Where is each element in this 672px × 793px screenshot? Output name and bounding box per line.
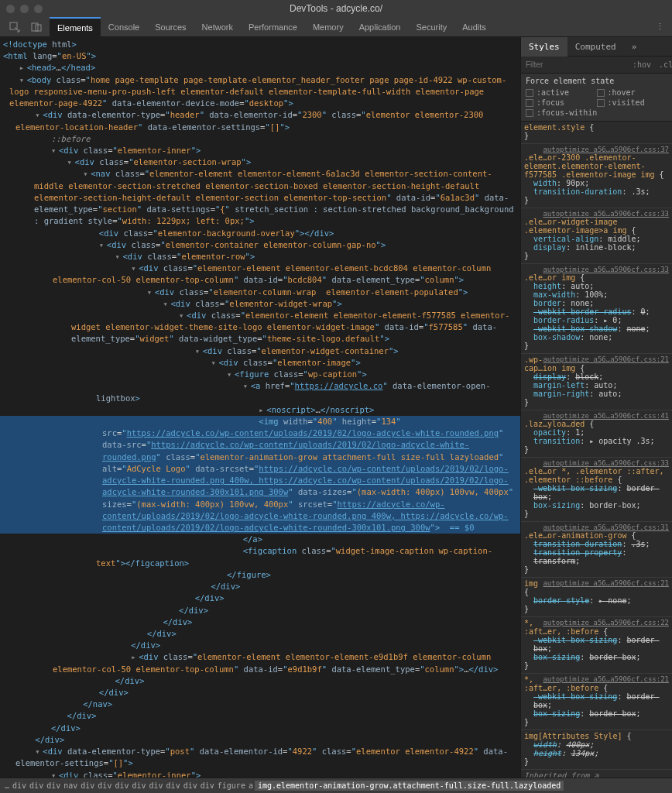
css-property[interactable]: box-sizing: border-box;	[524, 501, 669, 510]
dom-node[interactable]: </div>	[0, 734, 520, 746]
breadcrumb-item[interactable]: div	[45, 781, 62, 790]
dom-node[interactable]: </div>	[0, 675, 520, 687]
css-property[interactable]: -webkit-border-radius: 0;	[524, 307, 669, 316]
breadcrumb-item[interactable]: div	[11, 781, 28, 790]
dom-node[interactable]: ▾<div class="elementor-element elementor…	[0, 310, 520, 345]
breadcrumb-item[interactable]: a	[247, 781, 255, 790]
rule-source-link[interactable]: autoptimize a56…a5906cf.css:31	[543, 524, 669, 531]
breadcrumb-item[interactable]: div	[79, 781, 96, 790]
css-property[interactable]: display: block;	[524, 372, 669, 381]
dom-node[interactable]: ▾<div class="elementor-column-wrap eleme…	[0, 287, 520, 298]
rule-source-link[interactable]: autoptimize a56…a5906cf.css:21	[543, 579, 669, 587]
dom-node[interactable]: </div>	[0, 616, 520, 628]
css-property[interactable]: box-sizing: border-box;	[524, 709, 669, 718]
css-property[interactable]: box-sizing: border-box;	[524, 653, 669, 661]
tab-audits[interactable]: Audits	[454, 17, 494, 37]
css-property[interactable]: opacity: 1;	[524, 428, 669, 437]
rule-source-link[interactable]: autoptimize a56…a5906cf.css:37	[543, 146, 669, 153]
dom-node[interactable]: ::before	[0, 133, 520, 145]
minimize-window-button[interactable]	[20, 5, 29, 13]
zoom-window-button[interactable]	[34, 5, 43, 13]
state-focus[interactable]: :focus	[526, 98, 597, 108]
tab-network[interactable]: Network	[194, 17, 241, 37]
breadcrumb-item[interactable]: figure	[216, 781, 247, 790]
css-property[interactable]: -webkit-box-shadow: none;	[524, 324, 669, 333]
style-rules[interactable]: element.style {}autoptimize a56…a5906cf.…	[521, 122, 672, 778]
css-property[interactable]: height: auto;	[524, 282, 669, 290]
dom-node[interactable]: ▾<div class="elementor-container element…	[0, 239, 520, 251]
breadcrumb-item[interactable]: div	[182, 781, 199, 790]
dom-node[interactable]: </div>	[0, 640, 520, 651]
rule-source-link[interactable]: autoptimize a56…a5906cf.css:22	[543, 619, 669, 627]
css-property[interactable]: border-radius: ▸ 0;	[524, 316, 669, 324]
hov-toggle[interactable]: :hov	[629, 60, 655, 69]
breadcrumb-item[interactable]: div	[148, 781, 165, 790]
dom-node[interactable]: </div>	[0, 628, 520, 640]
dom-node[interactable]: </div>	[0, 605, 520, 616]
css-property[interactable]: height: 134px;	[524, 749, 669, 757]
css-rule[interactable]: autoptimize a56…a5906cf.css:41.laz…yloa……	[521, 410, 672, 458]
breadcrumb-item[interactable]: div	[199, 781, 216, 790]
rule-source-link[interactable]: autoptimize a56…a5906cf.css:33	[543, 266, 669, 273]
state-focus-within[interactable]: :focus-within	[526, 108, 667, 118]
breadcrumb-item[interactable]: img.elementor-animation-grow.attachment-…	[255, 781, 564, 791]
cls-toggle[interactable]: .cls	[655, 60, 672, 69]
css-property[interactable]: margin-right: auto;	[524, 390, 669, 398]
breadcrumb-item[interactable]: …	[3, 781, 11, 790]
rule-source-link[interactable]: autoptimize a56…a5906cf.css:33	[543, 459, 669, 467]
dom-node[interactable]: ▾<div data-elementor-type="header" data-…	[0, 109, 520, 132]
dom-node[interactable]: ▾<nav class="elementor-element elementor…	[0, 168, 520, 227]
checkbox-icon[interactable]	[526, 99, 533, 107]
checkbox-icon[interactable]	[597, 89, 605, 97]
breadcrumb-item[interactable]: div	[165, 781, 182, 790]
close-window-button[interactable]	[6, 5, 15, 13]
styles-overflow-icon[interactable]: »	[624, 37, 645, 57]
css-property[interactable]: box-shadow: none;	[524, 333, 669, 342]
dom-node[interactable]: ▾<a href="https://adcycle.co" data-eleme…	[0, 380, 520, 403]
css-rule[interactable]: autoptimize a56…a5906cf.css:31.ele…or-an…	[521, 522, 672, 578]
tab-console[interactable]: Console	[101, 17, 147, 37]
rule-source-link[interactable]: autoptimize a56…a5906cf.css:33	[543, 210, 669, 218]
breadcrumb-item[interactable]: div	[96, 781, 113, 790]
css-rule[interactable]: autoptimize a56…a5906cf.css:33.ele…or *,…	[521, 458, 672, 522]
css-rule[interactable]: autoptimize a56…a5906cf.css:21.wp-cap…io…	[521, 354, 672, 410]
checkbox-icon[interactable]	[526, 109, 533, 117]
rule-source-link[interactable]: autoptimize a56…a5906cf.css:41	[543, 412, 669, 420]
breadcrumb-item[interactable]: div	[28, 781, 45, 790]
dom-node[interactable]: </nav>	[0, 699, 520, 710]
tab-security[interactable]: Security	[408, 17, 454, 37]
css-property[interactable]: -webkit-box-sizing: border-box;	[524, 484, 669, 501]
state-hover[interactable]: :hover	[597, 88, 668, 98]
css-property[interactable]: border: none;	[524, 299, 669, 307]
css-property[interactable]: transition-duration: .3s;	[524, 187, 669, 196]
css-property[interactable]: transition-property: transform;	[524, 548, 669, 565]
css-rule[interactable]: autoptimize a56…a5906cf.css:21img {borde…	[521, 578, 672, 617]
css-rule[interactable]: img[Attributes Style] {width: 400px;heig…	[521, 730, 672, 770]
tab-computed[interactable]: Computed	[567, 37, 624, 57]
css-property[interactable]: -webkit-box-sizing: border-box;	[524, 636, 669, 653]
dom-node[interactable]: ▾<div class="elementor-element elementor…	[0, 263, 520, 286]
dom-node[interactable]: </div>	[0, 581, 520, 592]
dom-node[interactable]: ▾<div class="elementor-section-wrap">	[0, 156, 520, 168]
dom-node[interactable]: <html lang="en-US">	[0, 50, 520, 62]
breadcrumb-item[interactable]: div	[113, 781, 130, 790]
dom-node[interactable]: ▾<div data-elementor-type="post" data-el…	[0, 746, 520, 769]
dom-node[interactable]: ▾<div class="elementor-row">	[0, 251, 520, 263]
css-property[interactable]: width: 400px;	[524, 740, 669, 749]
css-rule[interactable]: autoptimize a56…a5906cf.css:22*, :aft…er…	[521, 617, 672, 674]
css-property[interactable]: max-width: 100%;	[524, 290, 669, 299]
elements-dom-tree[interactable]: <!doctype html><html lang="en-US"> ▸<hea…	[0, 37, 520, 778]
inspect-icon[interactable]	[6, 19, 23, 36]
css-rule[interactable]: autoptimize a56…a5906cf.css:33.ele…or-wi…	[521, 208, 672, 264]
breadcrumb-item[interactable]: div	[130, 781, 147, 790]
checkbox-icon[interactable]	[526, 89, 533, 97]
state-active[interactable]: :active	[526, 88, 597, 98]
css-property[interactable]: transition-duration: .3s;	[524, 540, 669, 548]
dom-node[interactable]: ▾<div class="elementor-widget-container"…	[0, 345, 520, 357]
css-rule[interactable]: autoptimize a56…a5906cf.css:21*, :aft…er…	[521, 674, 672, 730]
tab-performance[interactable]: Performance	[241, 17, 305, 37]
dom-node[interactable]: </div>	[0, 592, 520, 604]
css-property[interactable]: width: 90px;	[524, 179, 669, 187]
dom-node[interactable]: ▸<noscript>…</noscript>	[0, 404, 520, 416]
tab-styles[interactable]: Styles	[521, 37, 567, 57]
